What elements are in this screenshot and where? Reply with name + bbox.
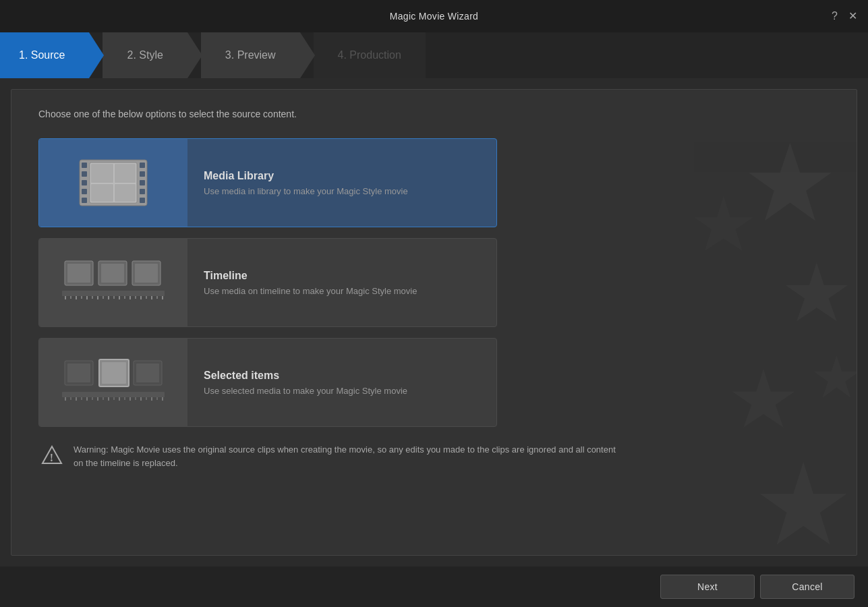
svg-rect-15 [140, 189, 145, 194]
svg-rect-25 [67, 264, 90, 283]
svg-rect-61 [97, 397, 98, 401]
title-bar: Magic Movie Wizard ? ✕ [0, 0, 868, 32]
svg-rect-47 [162, 296, 163, 299]
svg-rect-44 [146, 296, 147, 299]
svg-rect-26 [101, 264, 124, 283]
svg-rect-43 [140, 296, 142, 299]
svg-rect-29 [65, 296, 66, 299]
svg-rect-52 [102, 362, 126, 384]
step-style-label: 2. Style [127, 49, 163, 61]
svg-rect-9 [82, 180, 87, 185]
svg-marker-1 [786, 262, 848, 321]
cancel-button[interactable]: Cancel [760, 575, 855, 599]
svg-rect-46 [156, 296, 158, 299]
svg-rect-57 [76, 397, 77, 401]
bottom-bar: Next Cancel [0, 567, 868, 607]
step-source[interactable]: 1. Source [0, 32, 104, 78]
svg-rect-10 [82, 189, 87, 194]
svg-rect-51 [67, 364, 90, 382]
selected-items-icon [59, 354, 167, 411]
svg-rect-12 [140, 163, 145, 168]
bg-decoration [587, 90, 857, 555]
svg-rect-39 [119, 296, 120, 299]
svg-marker-0 [749, 143, 831, 221]
option-selected-items[interactable]: Selected items Use selected media to mak… [38, 338, 497, 427]
svg-rect-19 [115, 164, 136, 183]
svg-rect-42 [135, 296, 136, 299]
step-preview[interactable]: 3. Preview [201, 32, 315, 78]
next-button[interactable]: Next [660, 575, 755, 599]
svg-rect-14 [140, 180, 145, 185]
content-panel: Choose one of the below options to selec… [11, 89, 857, 556]
svg-rect-40 [124, 296, 125, 299]
svg-rect-31 [76, 296, 77, 299]
warning-text: Warning: Magic Movie uses the original s… [74, 443, 616, 469]
svg-rect-64 [113, 397, 115, 400]
svg-rect-54 [62, 392, 165, 397]
media-library-thumb [39, 139, 187, 227]
svg-rect-21 [115, 184, 136, 202]
wizard-steps: 1. Source 2. Style 3. Preview 4. Product… [0, 32, 868, 78]
selected-items-info: Selected items Use selected media to mak… [187, 370, 424, 396]
step-production[interactable]: 4. Production [314, 32, 426, 78]
svg-rect-53 [136, 364, 159, 382]
svg-rect-65 [119, 397, 120, 401]
svg-rect-59 [86, 397, 88, 401]
svg-rect-33 [86, 296, 88, 299]
svg-rect-38 [113, 296, 115, 299]
svg-rect-32 [81, 296, 82, 299]
svg-rect-11 [82, 198, 87, 203]
warning-icon: ! [41, 444, 63, 466]
film-strip-icon [76, 154, 150, 212]
timeline-icon [59, 254, 167, 312]
selected-items-thumb [39, 339, 187, 426]
svg-rect-30 [70, 296, 71, 299]
svg-rect-16 [140, 198, 145, 203]
svg-marker-4 [694, 196, 753, 251]
svg-rect-36 [103, 296, 104, 299]
svg-rect-55 [65, 397, 66, 401]
svg-rect-45 [151, 296, 152, 299]
media-library-title: Media Library [204, 170, 408, 182]
media-library-desc: Use media in library to make your Magic … [204, 186, 408, 196]
timeline-info: Timeline Use media on timeline to make y… [187, 270, 433, 296]
media-library-info: Media Library Use media in library to ma… [187, 170, 424, 196]
close-button[interactable]: ✕ [848, 11, 857, 22]
step-source-label: 1. Source [19, 49, 65, 61]
svg-rect-41 [129, 296, 131, 299]
svg-rect-66 [124, 397, 125, 400]
svg-marker-2 [732, 369, 795, 428]
warning-box: ! Warning: Magic Movie uses the original… [38, 443, 618, 469]
svg-marker-3 [760, 462, 846, 544]
svg-rect-13 [140, 171, 145, 177]
svg-rect-35 [97, 296, 98, 299]
svg-rect-58 [81, 397, 82, 400]
step-style[interactable]: 2. Style [103, 32, 202, 78]
window-title: Magic Movie Wizard [390, 11, 478, 22]
option-media-library[interactable]: Media Library Use media in library to ma… [38, 138, 497, 227]
svg-rect-28 [62, 291, 165, 296]
svg-rect-34 [92, 296, 93, 299]
selected-items-desc: Use selected media to make your Magic St… [204, 386, 407, 396]
svg-rect-56 [70, 397, 71, 400]
timeline-desc: Use media on timeline to make your Magic… [204, 286, 417, 296]
instructions-text: Choose one of the below options to selec… [38, 109, 830, 119]
svg-rect-71 [151, 397, 152, 401]
svg-rect-8 [82, 171, 87, 177]
main-content: Choose one of the below options to selec… [0, 78, 868, 567]
svg-rect-20 [91, 184, 113, 202]
step-production-label: 4. Production [338, 49, 401, 61]
svg-rect-63 [108, 397, 109, 401]
step-preview-label: 3. Preview [225, 49, 276, 61]
svg-rect-60 [92, 397, 93, 400]
timeline-title: Timeline [204, 270, 417, 282]
timeline-thumb [39, 239, 187, 326]
option-timeline[interactable]: Timeline Use media on timeline to make y… [38, 238, 497, 327]
help-button[interactable]: ? [832, 11, 838, 22]
svg-rect-62 [103, 397, 104, 400]
svg-rect-73 [162, 397, 163, 401]
svg-rect-37 [108, 296, 109, 299]
title-bar-controls: ? ✕ [832, 11, 857, 22]
svg-rect-68 [135, 397, 136, 400]
svg-rect-18 [91, 164, 113, 183]
